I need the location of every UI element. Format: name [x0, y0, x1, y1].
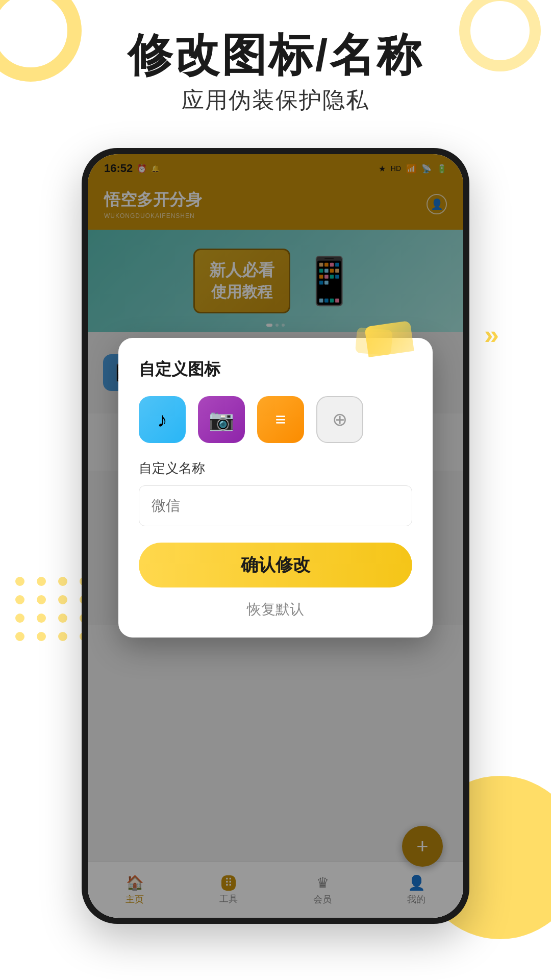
header-area: 修改图标/名称 应用伪装保护隐私	[0, 31, 551, 115]
modal-overlay[interactable]: 自定义图标 ♪ 📷 ≡ ⊕ 自定义	[88, 154, 463, 918]
restore-default-button[interactable]: 恢复默认	[139, 600, 412, 619]
custom-name-label: 自定义名称	[139, 459, 412, 477]
icon-option-camera[interactable]: 📷	[198, 396, 245, 443]
modal-title: 自定义图标	[139, 358, 412, 381]
icon-options: ♪ 📷 ≡ ⊕	[139, 396, 412, 443]
page-subtitle: 应用伪装保护隐私	[0, 85, 551, 115]
icon-option-music[interactable]: ♪	[139, 396, 186, 443]
music-note-icon: ♪	[157, 408, 167, 431]
modal-deco-top2	[355, 327, 393, 356]
icon-option-add[interactable]: ⊕	[316, 396, 363, 443]
plus-icon: ⊕	[332, 409, 347, 430]
phone-screen: 16:52 ⏰ 🔔 ★ HD 📶 📡 🔋 悟空多开分身 WUKONGDUOKAI…	[88, 154, 463, 918]
icon-option-menu[interactable]: ≡	[257, 396, 304, 443]
camera-icon: 📷	[209, 408, 234, 432]
confirm-button[interactable]: 确认修改	[139, 543, 412, 587]
custom-name-input[interactable]	[139, 485, 412, 526]
deco-chevron-right-icon: »	[484, 322, 495, 348]
page-title: 修改图标/名称	[0, 31, 551, 80]
phone-mockup: 16:52 ⏰ 🔔 ★ HD 📶 📡 🔋 悟空多开分身 WUKONGDUOKAI…	[82, 148, 469, 924]
modal-card: 自定义图标 ♪ 📷 ≡ ⊕ 自定义	[118, 338, 433, 638]
menu-icon: ≡	[275, 409, 286, 430]
